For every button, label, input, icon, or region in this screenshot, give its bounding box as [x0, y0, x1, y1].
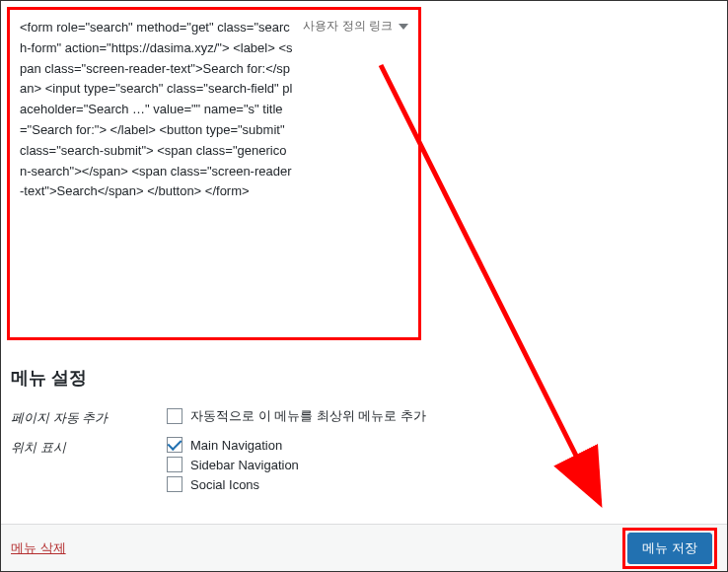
menu-settings-section: 메뉴 설정 페이지 자동 추가 자동적으로 이 메뉴를 최상위 메뉴로 추가 위… [1, 346, 727, 514]
checkbox-option[interactable]: Sidebar Navigation [167, 457, 717, 472]
settings-row-location: 위치 표시 Main Navigation Sidebar Navigation… [11, 437, 717, 496]
checkbox-option[interactable]: Main Navigation [167, 437, 717, 453]
save-menu-button[interactable]: 메뉴 저장 [627, 533, 712, 564]
checkbox-icon [167, 476, 182, 492]
checkbox-icon [167, 408, 182, 424]
save-button-highlight: 메뉴 저장 [622, 528, 717, 569]
delete-menu-link[interactable]: 메뉴 삭제 [11, 539, 66, 557]
checkbox-label: 자동적으로 이 메뉴를 최상위 메뉴로 추가 [190, 407, 426, 425]
footer-bar: 메뉴 삭제 메뉴 저장 [1, 524, 727, 571]
checkbox-icon [167, 457, 182, 472]
menu-settings-title: 메뉴 설정 [11, 366, 717, 390]
settings-label: 위치 표시 [11, 437, 167, 457]
checkbox-option[interactable]: Social Icons [167, 476, 717, 492]
menu-item-box: <form role="search" method="get" class="… [7, 7, 421, 340]
checkbox-option[interactable]: 자동적으로 이 메뉴를 최상위 메뉴로 추가 [167, 407, 717, 425]
checkbox-label: Sidebar Navigation [190, 458, 299, 472]
settings-row-auto-add: 페이지 자동 추가 자동적으로 이 메뉴를 최상위 메뉴로 추가 [11, 407, 717, 429]
settings-value: 자동적으로 이 메뉴를 최상위 메뉴로 추가 [167, 407, 717, 429]
settings-label: 페이지 자동 추가 [11, 407, 167, 427]
caret-down-icon [399, 24, 408, 30]
menu-item-header: <form role="search" method="get" class="… [20, 18, 408, 202]
settings-value: Main Navigation Sidebar Navigation Socia… [167, 437, 717, 496]
menu-item-type-label: 사용자 정의 링크 [303, 18, 393, 35]
checkbox-label: Main Navigation [190, 438, 282, 453]
menu-item-type-toggle[interactable]: 사용자 정의 링크 [303, 18, 408, 35]
menu-item-title: <form role="search" method="get" class="… [20, 18, 303, 202]
checkbox-icon [167, 437, 182, 453]
checkbox-label: Social Icons [190, 477, 259, 492]
